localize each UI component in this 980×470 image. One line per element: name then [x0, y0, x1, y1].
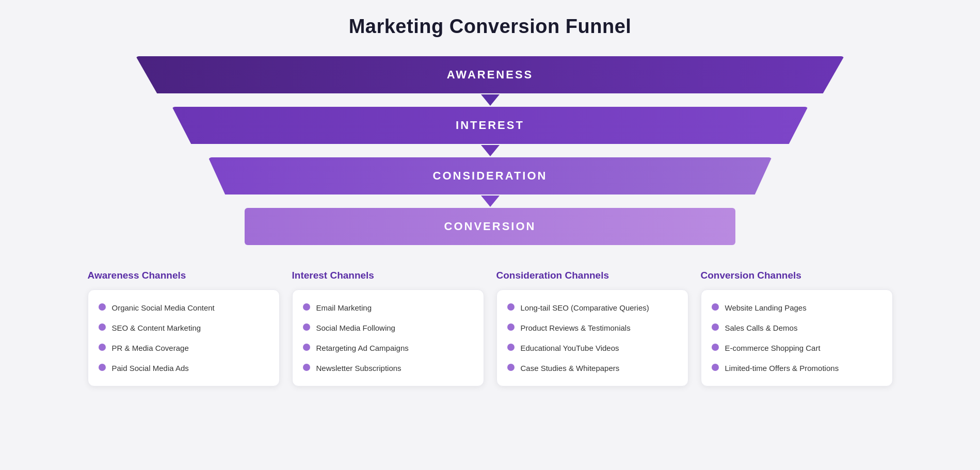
page-container: Marketing Conversion Funnel AWARENESS IN… [88, 15, 893, 386]
channel-column-conversion: Conversion Channels Website Landing Page… [701, 270, 893, 386]
list-item: Paid Social Media Ads [99, 363, 269, 374]
bullet-icon [99, 344, 106, 351]
bullet-icon [507, 344, 515, 351]
bullet-icon [507, 323, 515, 331]
list-item: Social Media Following [303, 322, 473, 333]
channel-title-conversion: Conversion Channels [701, 270, 893, 281]
list-item: Organic Social Media Content [99, 302, 269, 313]
list-item: Newsletter Subscriptions [303, 363, 473, 374]
page-title: Marketing Conversion Funnel [88, 15, 893, 38]
bullet-icon [303, 323, 310, 331]
channel-card-awareness: Organic Social Media Content SEO & Conte… [88, 289, 280, 386]
funnel-arrow-interest [481, 145, 500, 156]
bullet-icon [507, 364, 515, 371]
list-item: PR & Media Coverage [99, 343, 269, 353]
funnel-row-conversion: CONVERSION [88, 208, 893, 245]
list-item: Email Marketing [303, 302, 473, 313]
bullet-icon [712, 364, 719, 371]
channel-title-awareness: Awareness Channels [88, 270, 280, 281]
bullet-icon [303, 303, 310, 311]
channel-column-interest: Interest Channels Email Marketing Social… [292, 270, 484, 386]
channel-title-interest: Interest Channels [292, 270, 484, 281]
bullet-icon [712, 323, 719, 331]
list-item: Limited-time Offers & Promotions [712, 363, 882, 374]
funnel-bar-awareness: AWARENESS [136, 56, 844, 93]
funnel-arrow-consideration [481, 196, 500, 207]
funnel-row-consideration: CONSIDERATION [88, 157, 893, 208]
channel-title-consideration: Consideration Channels [496, 270, 688, 281]
list-item: Case Studies & Whitepapers [507, 363, 678, 374]
bullet-icon [99, 323, 106, 331]
bullet-icon [712, 344, 719, 351]
funnel-bar-conversion: CONVERSION [245, 208, 736, 245]
list-item: Long-tail SEO (Comparative Queries) [507, 302, 678, 313]
funnel-row-interest: INTEREST [88, 107, 893, 157]
funnel-row-awareness: AWARENESS [88, 56, 893, 107]
channel-column-consideration: Consideration Channels Long-tail SEO (Co… [496, 270, 688, 386]
bullet-icon [99, 364, 106, 371]
list-item: Educational YouTube Videos [507, 343, 678, 353]
channel-column-awareness: Awareness Channels Organic Social Media … [88, 270, 280, 386]
channel-card-consideration: Long-tail SEO (Comparative Queries) Prod… [496, 289, 688, 386]
funnel-arrow-awareness [481, 94, 500, 106]
funnel-diagram: AWARENESS INTEREST CONSIDERATION CONVERS… [88, 56, 893, 245]
bullet-icon [303, 364, 310, 371]
list-item: Website Landing Pages [712, 302, 882, 313]
list-item: Sales Calls & Demos [712, 322, 882, 333]
list-item: E-commerce Shopping Cart [712, 343, 882, 353]
bullet-icon [507, 303, 515, 311]
funnel-bar-interest: INTEREST [172, 107, 808, 144]
bullet-icon [99, 303, 106, 311]
list-item: SEO & Content Marketing [99, 322, 269, 333]
funnel-bar-consideration: CONSIDERATION [208, 157, 772, 195]
channel-card-conversion: Website Landing Pages Sales Calls & Demo… [701, 289, 893, 386]
bullet-icon [712, 303, 719, 311]
list-item: Product Reviews & Testimonials [507, 322, 678, 333]
bullet-icon [303, 344, 310, 351]
channel-card-interest: Email Marketing Social Media Following R… [292, 289, 484, 386]
list-item: Retargeting Ad Campaigns [303, 343, 473, 353]
channels-section: Awareness Channels Organic Social Media … [88, 270, 893, 386]
